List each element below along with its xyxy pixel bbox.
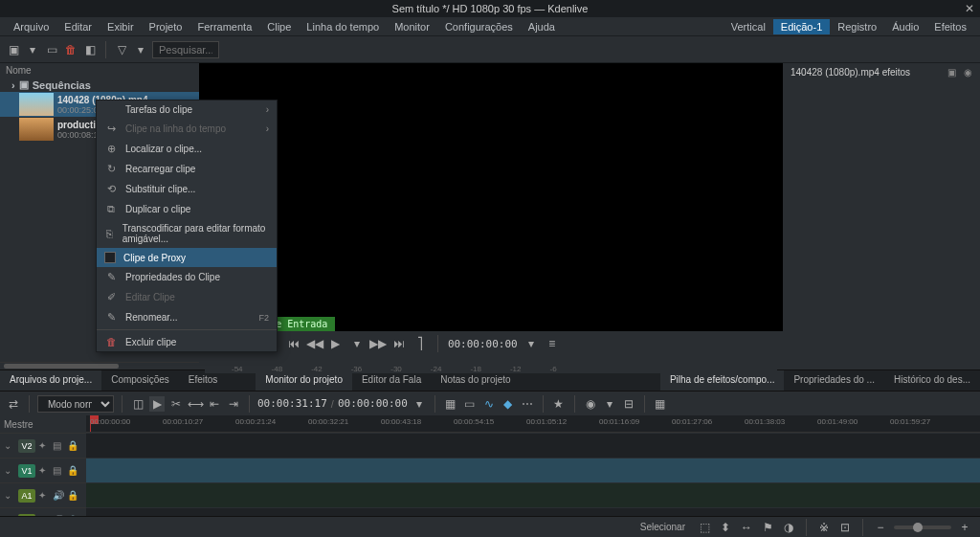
ctx-recarregar[interactable]: ↻Recarregar clipe (97, 159, 277, 179)
tl-cut-icon[interactable]: ✂ (168, 396, 184, 412)
sb-zoom-out-icon[interactable]: − (873, 520, 888, 535)
menu-editar[interactable]: Editar (56, 19, 100, 34)
tl-preview-drop-icon[interactable]: ▾ (602, 396, 617, 412)
prev-kf-icon[interactable]: ⏮ (286, 336, 301, 351)
sb-fit-icon[interactable]: ⊡ (837, 520, 853, 535)
edit-mode-select[interactable]: Modo normal (37, 395, 114, 413)
add-clip-icon[interactable]: ▣ (6, 42, 21, 57)
menu-linha-tempo[interactable]: Linha do tempo (299, 19, 387, 34)
tab-arquivos[interactable]: Arquivos do proje... (0, 370, 101, 391)
fx-icon[interactable]: ✦ (38, 490, 50, 502)
ctx-proxy[interactable]: Clipe de Proxy (97, 248, 277, 267)
ctx-transcodificar[interactable]: ⎘Transcodificar para editar formato amig… (97, 219, 277, 248)
rewind-icon[interactable]: ◀◀ (307, 336, 323, 351)
tab-efeitos[interactable]: Efeitos (179, 370, 228, 391)
menu-clipe[interactable]: Clipe (259, 19, 299, 34)
chevron-down-icon[interactable]: ⌄ (4, 440, 15, 452)
track-lane-a1[interactable] (86, 482, 980, 507)
menu-ajuda[interactable]: Ajuda (521, 19, 563, 34)
tab-composicoes[interactable]: Composições (101, 370, 179, 391)
tl-timecode-current[interactable]: 00:00:31:17 (257, 397, 327, 410)
tl-tool1-icon[interactable]: ⇄ (6, 396, 21, 412)
sb-snap-icon[interactable]: ※ (816, 520, 832, 535)
zoom-slider[interactable] (894, 526, 951, 529)
mute-icon[interactable]: ▤ (53, 465, 64, 477)
tl-play-icon[interactable]: ▶ (149, 396, 165, 412)
fx-icon[interactable]: ✦ (38, 465, 50, 477)
tab-historico[interactable]: Histórico do des... (884, 370, 980, 391)
layout-tab-vertical[interactable]: Vertical (724, 19, 773, 34)
marker-dropdown-icon[interactable]: ▾ (523, 336, 539, 351)
tl-comp-icon[interactable]: ▦ (443, 396, 458, 412)
delete-icon[interactable]: 🗑 (63, 42, 78, 57)
tl-tags-icon[interactable]: ⋯ (520, 396, 535, 412)
chevron-down-icon[interactable]: ⌄ (4, 465, 15, 477)
ctx-renomear[interactable]: ✎Renomear...F2 (97, 307, 277, 327)
tl-marker-icon[interactable]: ◆ (501, 396, 516, 412)
timeline-ruler[interactable]: 00:00:00:00 00:00:10:27 00:00:21:24 00:0… (86, 415, 980, 433)
track-lane-v2[interactable] (86, 433, 980, 458)
toggle-effect-icon[interactable]: ◉ (964, 67, 972, 78)
monitor-ruler[interactable]: -54 -48 -42 -36 -30 -24 -18 -12 -6 (205, 358, 777, 373)
dropdown-icon[interactable]: ▾ (25, 42, 40, 57)
monitor-view[interactable]: Ponto de Entrada (228, 63, 754, 331)
tl-wave-icon[interactable]: ∿ (481, 396, 497, 412)
menu-config[interactable]: Configurações (437, 19, 521, 34)
set-out-icon[interactable]: ⎤ (412, 336, 428, 351)
tl-subtitle-icon[interactable]: ⊟ (621, 396, 636, 412)
tc-dropdown-icon[interactable]: ▾ (412, 396, 427, 412)
sb-flag-icon[interactable]: ⚑ (760, 520, 775, 535)
fx-icon[interactable]: ✦ (38, 440, 50, 452)
master-track[interactable]: Mestre (0, 415, 86, 433)
save-effect-icon[interactable]: ▣ (947, 67, 956, 78)
ctx-tarefas[interactable]: Tarefas do clipe (97, 101, 277, 119)
sb-color-icon[interactable]: ◑ (781, 520, 796, 535)
lock-icon[interactable]: 🔒 (67, 490, 78, 502)
hamburger-icon[interactable]: ≡ (545, 336, 560, 351)
tag-icon[interactable]: ◧ (82, 42, 98, 57)
chevron-down-icon[interactable]: ⌄ (4, 490, 15, 502)
track-label[interactable]: A1 (18, 489, 35, 503)
tab-propriedades[interactable]: Propriedades do ... (784, 370, 884, 391)
layout-tab-edicao[interactable]: Edição-1 (773, 19, 830, 34)
dropdown-icon[interactable]: ▾ (349, 336, 365, 351)
menu-exibir[interactable]: Exibir (100, 19, 142, 34)
track-label[interactable]: V2 (18, 439, 35, 453)
menu-ferramenta[interactable]: Ferramenta (189, 19, 259, 34)
track-label[interactable]: V1 (18, 464, 35, 478)
lock-icon[interactable]: 🔒 (67, 440, 78, 452)
folder-icon[interactable]: ▭ (44, 42, 59, 57)
monitor-timecode[interactable]: 00:00:00:00 (448, 338, 518, 350)
sb-move-icon[interactable]: ⬍ (718, 520, 733, 535)
sb-select-icon[interactable]: ⬚ (697, 520, 712, 535)
ctx-duplicar[interactable]: ⧉Duplicar o clipe (97, 199, 277, 219)
bin-sequences[interactable]: › ▣ Sequências (0, 78, 199, 92)
track-header-v1[interactable]: ⌄ V1 ✦ ▤ 🔒 (0, 458, 86, 482)
sb-zoom-in-icon[interactable]: + (957, 520, 972, 535)
tl-spacer-icon[interactable]: ⟷ (188, 396, 203, 412)
tab-monitor-projeto[interactable]: Monitor do projeto (256, 370, 352, 391)
sb-ripple-icon[interactable]: ↔ (739, 520, 754, 535)
filter-icon[interactable]: ▽ (114, 42, 129, 57)
tab-notas[interactable]: Notas do projeto (431, 370, 520, 391)
checkbox-icon[interactable] (104, 252, 116, 263)
layout-tab-audio[interactable]: Áudio (884, 19, 926, 34)
tab-pilha-efeitos[interactable]: Pilha de efeitos/compo... (660, 370, 785, 391)
menu-arquivo[interactable]: Arquivo (6, 19, 56, 34)
layout-tab-efeitos[interactable]: Efeitos (926, 19, 974, 34)
dropdown2-icon[interactable]: ▾ (133, 42, 148, 57)
lock-icon[interactable]: 🔒 (67, 465, 78, 477)
next-kf-icon[interactable]: ⏭ (391, 336, 407, 351)
menu-projeto[interactable]: Projeto (142, 19, 190, 34)
play-icon[interactable]: ▶ (328, 336, 344, 351)
close-icon[interactable]: ✕ (965, 2, 974, 15)
tab-editor-fala[interactable]: Editor da Fala (352, 370, 431, 391)
forward-icon[interactable]: ▶▶ (370, 336, 386, 351)
tl-render-icon[interactable]: ▦ (653, 396, 668, 412)
layout-tab-registro[interactable]: Registro (830, 19, 884, 34)
tl-fav-icon[interactable]: ★ (551, 396, 567, 412)
speaker-icon[interactable]: 🔊 (53, 490, 64, 502)
ctx-excluir[interactable]: 🗑Excluir clipe (97, 332, 277, 351)
mute-icon[interactable]: ▤ (53, 440, 64, 452)
menu-monitor[interactable]: Monitor (387, 19, 437, 34)
